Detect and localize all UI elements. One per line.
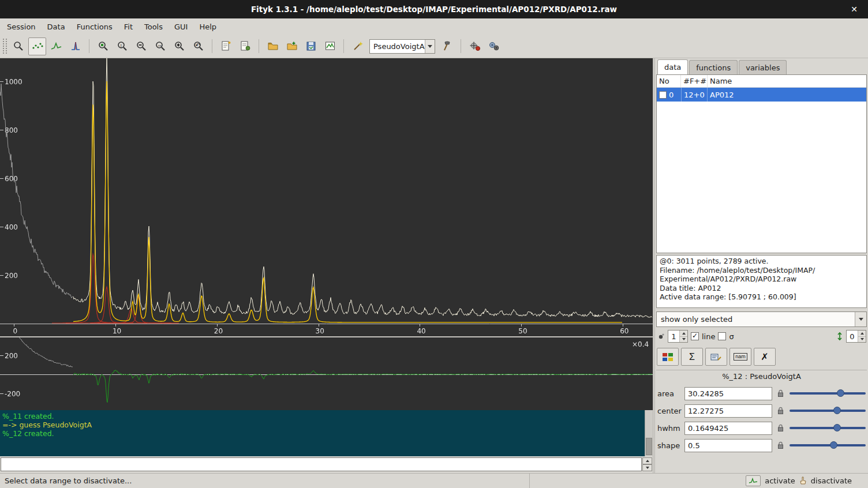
auto-add-peak-icon[interactable] bbox=[349, 37, 366, 55]
dropdown-arrow-icon[interactable] bbox=[425, 40, 435, 53]
menu-fit[interactable]: Fit bbox=[118, 20, 139, 34]
function-type-dropdown[interactable]: PseudoVoigtA bbox=[369, 39, 435, 54]
aux-plot-canvas[interactable] bbox=[0, 337, 653, 410]
dataset-name: AP012 bbox=[708, 88, 866, 102]
zoom-mode-icon[interactable] bbox=[9, 37, 27, 55]
show-filter-dropdown[interactable]: show only selected bbox=[656, 311, 867, 327]
dataset-list[interactable]: No #F+# Name 0 12+0 AP012 bbox=[656, 74, 867, 253]
sum-button[interactable]: Σ bbox=[681, 348, 703, 366]
baseline-mode-icon[interactable] bbox=[47, 37, 65, 55]
save-session-icon[interactable] bbox=[302, 37, 320, 55]
param-slider[interactable] bbox=[788, 422, 867, 434]
toolbar-separator bbox=[259, 39, 259, 53]
range-mode-button[interactable] bbox=[746, 475, 761, 486]
zoom-undo-icon[interactable]: ↶ bbox=[189, 37, 207, 55]
column-header-no[interactable]: No bbox=[657, 75, 681, 87]
zoom-horizontal-icon[interactable]: ↔ bbox=[151, 37, 169, 55]
spin-down-icon[interactable] bbox=[858, 337, 866, 343]
param-slider[interactable] bbox=[788, 405, 867, 416]
dropdown-arrow-icon[interactable] bbox=[855, 312, 866, 326]
spin-up-icon[interactable] bbox=[680, 331, 687, 337]
edit-script-icon[interactable] bbox=[217, 37, 235, 55]
zoom-all-icon[interactable] bbox=[94, 37, 112, 55]
spin-up-icon[interactable] bbox=[858, 331, 866, 337]
column-header-name[interactable]: Name bbox=[708, 75, 866, 87]
svg-text:↔: ↔ bbox=[157, 42, 162, 48]
close-window-button[interactable]: ✕ bbox=[846, 0, 862, 18]
dataset-func-count: 12+0 bbox=[681, 88, 708, 102]
sigma-checkbox-label: σ bbox=[729, 332, 734, 341]
point-size-value: 1 bbox=[668, 331, 679, 342]
menu-gui[interactable]: GUI bbox=[169, 20, 193, 34]
zoom-vertical-icon[interactable]: ↕ bbox=[113, 37, 131, 55]
column-header-functions[interactable]: #F+# bbox=[681, 75, 708, 87]
param-row-shape: shape 0.5 bbox=[656, 437, 867, 454]
guess-peak-icon[interactable] bbox=[438, 37, 456, 55]
toolbar-separator bbox=[461, 39, 461, 53]
disactivate-label[interactable]: disactivate bbox=[811, 476, 852, 485]
shift-spinner[interactable]: 0 bbox=[846, 330, 866, 343]
tab-variables[interactable]: variables bbox=[739, 60, 787, 74]
menu-help[interactable]: Help bbox=[193, 20, 222, 34]
param-value-field[interactable]: 0.5 bbox=[684, 439, 772, 452]
main-plot-canvas[interactable] bbox=[0, 58, 653, 336]
param-value-field[interactable]: 12.27275 bbox=[684, 404, 772, 418]
dataset-list-header: No #F+# Name bbox=[657, 75, 866, 88]
console-scrollbar[interactable] bbox=[645, 410, 653, 456]
dataset-info: @0: 3011 points, 2789 active. Filename: … bbox=[656, 255, 867, 308]
menu-tools[interactable]: Tools bbox=[139, 20, 169, 34]
script-log-icon[interactable] bbox=[236, 37, 254, 55]
output-console[interactable]: %_11 created. =-> guess PseudoVoigtA %_1… bbox=[0, 410, 653, 456]
delete-function-button[interactable]: ✗ bbox=[754, 348, 776, 366]
show-names-button[interactable]: nam bbox=[729, 348, 751, 366]
line-checkbox[interactable] bbox=[691, 332, 699, 340]
lock-icon[interactable] bbox=[775, 388, 785, 399]
info-line: Data title: AP012 bbox=[660, 284, 863, 293]
spin-down-icon[interactable] bbox=[680, 337, 687, 343]
command-input[interactable] bbox=[1, 457, 642, 471]
open-data-icon[interactable] bbox=[264, 37, 282, 55]
color-gradient-button[interactable] bbox=[657, 348, 679, 366]
fit-undo-icon[interactable] bbox=[466, 37, 484, 55]
dataset-row[interactable]: 0 12+0 AP012 bbox=[657, 88, 866, 102]
plot-style-controls: 1 line σ 0 bbox=[656, 327, 867, 346]
menu-functions[interactable]: Functions bbox=[71, 20, 118, 34]
history-down-icon[interactable] bbox=[642, 464, 652, 471]
point-size-spinner[interactable]: 1 bbox=[668, 330, 688, 343]
console-line: %_12 created. bbox=[2, 429, 642, 438]
add-peak-mode-icon[interactable] bbox=[66, 37, 84, 55]
info-line: Experimental/AP012/PXRD/AP012.raw bbox=[660, 275, 863, 284]
console-scrollbar-thumb[interactable] bbox=[646, 438, 652, 455]
tab-functions[interactable]: functions bbox=[689, 60, 738, 74]
sigma-checkbox[interactable] bbox=[718, 332, 726, 340]
menu-data[interactable]: Data bbox=[42, 20, 71, 34]
dataset-checkbox[interactable] bbox=[659, 91, 667, 99]
history-up-icon[interactable] bbox=[642, 457, 652, 464]
info-line: Filename: /home/aleplo/test/Desktop/IMAP… bbox=[660, 266, 863, 275]
zoom-in-icon[interactable] bbox=[170, 37, 188, 55]
export-image-icon[interactable] bbox=[321, 37, 339, 55]
sidebar-buttons: Σ nam ✗ bbox=[656, 346, 867, 367]
lock-icon[interactable] bbox=[775, 405, 785, 416]
param-value-field[interactable]: 0.1649425 bbox=[684, 422, 772, 435]
toolbar-grip[interactable] bbox=[3, 39, 7, 54]
menu-session[interactable]: Session bbox=[1, 20, 42, 34]
run-fit-icon[interactable] bbox=[485, 37, 503, 55]
plot-column: %_11 created. =-> guess PseudoVoigtA %_1… bbox=[0, 58, 653, 473]
param-slider[interactable] bbox=[788, 388, 867, 399]
sidebar-tabs: data functions variables bbox=[656, 58, 867, 74]
activate-label[interactable]: activate bbox=[765, 476, 795, 485]
dataset-index: 0 bbox=[669, 91, 674, 99]
aux-plot-wrap bbox=[0, 336, 653, 410]
edit-function-button[interactable] bbox=[705, 348, 727, 366]
zoom-out-icon[interactable] bbox=[132, 37, 150, 55]
tab-data[interactable]: data bbox=[657, 59, 688, 74]
line-checkbox-label: line bbox=[702, 332, 715, 341]
param-slider[interactable] bbox=[788, 440, 867, 451]
data-range-mode-icon[interactable] bbox=[28, 37, 46, 55]
param-value-field[interactable]: 30.24285 bbox=[684, 387, 772, 400]
append-data-icon[interactable] bbox=[283, 37, 301, 55]
param-name: area bbox=[656, 389, 682, 398]
lock-icon[interactable] bbox=[775, 422, 785, 434]
lock-icon[interactable] bbox=[775, 440, 785, 451]
